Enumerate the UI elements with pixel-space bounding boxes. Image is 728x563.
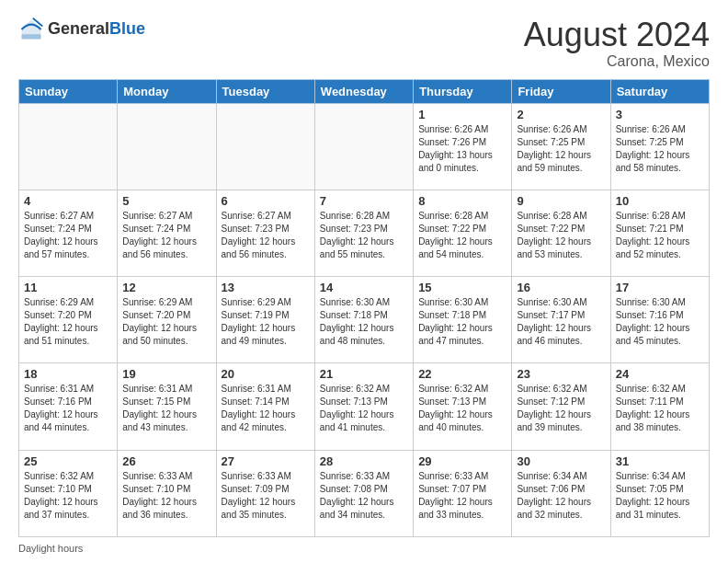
calendar-week-2: 4Sunrise: 6:27 AM Sunset: 7:24 PM Daylig… [19, 190, 710, 276]
day-number: 27 [222, 454, 310, 468]
calendar-header-saturday: Saturday [610, 79, 709, 103]
day-info: Sunrise: 6:30 AM Sunset: 7:17 PM Dayligh… [517, 296, 605, 348]
calendar-cell: 6Sunrise: 6:27 AM Sunset: 7:23 PM Daylig… [216, 190, 314, 276]
day-info: Sunrise: 6:29 AM Sunset: 7:19 PM Dayligh… [222, 296, 310, 348]
day-info: Sunrise: 6:32 AM Sunset: 7:12 PM Dayligh… [517, 383, 605, 434]
calendar-cell: 9Sunrise: 6:28 AM Sunset: 7:22 PM Daylig… [512, 190, 610, 276]
day-info: Sunrise: 6:32 AM Sunset: 7:10 PM Dayligh… [24, 470, 112, 522]
day-number: 4 [24, 194, 112, 208]
calendar-header-thursday: Thursday [414, 79, 512, 103]
calendar-cell: 31Sunrise: 6:34 AM Sunset: 7:05 PM Dayli… [610, 450, 709, 536]
day-info: Sunrise: 6:27 AM Sunset: 7:24 PM Dayligh… [24, 210, 112, 261]
calendar-cell: 22Sunrise: 6:32 AM Sunset: 7:13 PM Dayli… [414, 363, 512, 450]
calendar-cell: 7Sunrise: 6:28 AM Sunset: 7:23 PM Daylig… [314, 190, 413, 276]
calendar-cell: 1Sunrise: 6:26 AM Sunset: 7:26 PM Daylig… [414, 103, 512, 190]
calendar-cell: 24Sunrise: 6:32 AM Sunset: 7:11 PM Dayli… [610, 363, 709, 450]
day-number: 6 [222, 194, 310, 208]
calendar-header-friday: Friday [512, 79, 610, 103]
calendar-week-3: 11Sunrise: 6:29 AM Sunset: 7:20 PM Dayli… [19, 277, 710, 363]
day-number: 23 [517, 367, 605, 381]
day-number: 29 [418, 454, 506, 468]
calendar-week-5: 25Sunrise: 6:32 AM Sunset: 7:10 PM Dayli… [19, 450, 710, 536]
calendar-cell: 12Sunrise: 6:29 AM Sunset: 7:20 PM Dayli… [118, 277, 216, 363]
calendar-cell: 2Sunrise: 6:26 AM Sunset: 7:25 PM Daylig… [512, 103, 610, 190]
header: GeneralBlue August 2024 Carona, Mexico [18, 17, 710, 70]
day-info: Sunrise: 6:28 AM Sunset: 7:21 PM Dayligh… [616, 210, 704, 261]
day-number: 25 [24, 454, 112, 468]
day-info: Sunrise: 6:32 AM Sunset: 7:11 PM Dayligh… [616, 383, 704, 434]
calendar-cell: 5Sunrise: 6:27 AM Sunset: 7:24 PM Daylig… [118, 190, 216, 276]
day-info: Sunrise: 6:29 AM Sunset: 7:20 PM Dayligh… [24, 296, 112, 348]
calendar-cell: 26Sunrise: 6:33 AM Sunset: 7:10 PM Dayli… [118, 450, 216, 536]
day-number: 1 [418, 108, 506, 121]
day-info: Sunrise: 6:33 AM Sunset: 7:10 PM Dayligh… [122, 470, 210, 522]
day-number: 8 [418, 194, 506, 208]
title-block: August 2024 Carona, Mexico [524, 17, 710, 70]
calendar-cell: 21Sunrise: 6:32 AM Sunset: 7:13 PM Dayli… [314, 363, 413, 450]
day-info: Sunrise: 6:30 AM Sunset: 7:18 PM Dayligh… [418, 296, 506, 348]
day-info: Sunrise: 6:31 AM Sunset: 7:16 PM Dayligh… [24, 383, 112, 434]
day-number: 2 [517, 108, 605, 121]
day-info: Sunrise: 6:31 AM Sunset: 7:14 PM Dayligh… [222, 383, 310, 434]
day-info: Sunrise: 6:31 AM Sunset: 7:15 PM Dayligh… [122, 383, 210, 434]
day-number: 24 [616, 367, 704, 381]
day-number: 3 [616, 108, 704, 121]
calendar-table: SundayMondayTuesdayWednesdayThursdayFrid… [18, 79, 710, 537]
calendar-week-1: 1Sunrise: 6:26 AM Sunset: 7:26 PM Daylig… [19, 103, 710, 190]
day-info: Sunrise: 6:26 AM Sunset: 7:25 PM Dayligh… [616, 123, 704, 175]
logo: GeneralBlue [18, 17, 145, 42]
calendar-header-sunday: Sunday [19, 79, 118, 103]
logo-text: GeneralBlue [48, 20, 145, 39]
calendar-cell [216, 103, 314, 190]
day-number: 16 [517, 281, 605, 294]
day-number: 21 [320, 367, 408, 381]
logo-icon [18, 17, 44, 42]
calendar-cell [118, 103, 216, 190]
day-info: Sunrise: 6:33 AM Sunset: 7:07 PM Dayligh… [418, 470, 506, 522]
day-info: Sunrise: 6:30 AM Sunset: 7:16 PM Dayligh… [616, 296, 704, 348]
calendar-header-wednesday: Wednesday [314, 79, 413, 103]
day-number: 28 [320, 454, 408, 468]
day-info: Sunrise: 6:32 AM Sunset: 7:13 PM Dayligh… [418, 383, 506, 434]
calendar-header-monday: Monday [118, 79, 216, 103]
calendar-cell: 19Sunrise: 6:31 AM Sunset: 7:15 PM Dayli… [118, 363, 216, 450]
day-info: Sunrise: 6:33 AM Sunset: 7:09 PM Dayligh… [222, 470, 310, 522]
calendar-cell: 16Sunrise: 6:30 AM Sunset: 7:17 PM Dayli… [512, 277, 610, 363]
day-info: Sunrise: 6:34 AM Sunset: 7:05 PM Dayligh… [616, 470, 704, 522]
day-number: 18 [24, 367, 112, 381]
day-number: 30 [517, 454, 605, 468]
day-number: 22 [418, 367, 506, 381]
day-info: Sunrise: 6:28 AM Sunset: 7:22 PM Dayligh… [418, 210, 506, 261]
calendar-cell: 23Sunrise: 6:32 AM Sunset: 7:12 PM Dayli… [512, 363, 610, 450]
day-info: Sunrise: 6:27 AM Sunset: 7:23 PM Dayligh… [222, 210, 310, 261]
day-number: 9 [517, 194, 605, 208]
calendar-cell: 20Sunrise: 6:31 AM Sunset: 7:14 PM Dayli… [216, 363, 314, 450]
calendar-cell [314, 103, 413, 190]
day-number: 26 [122, 454, 210, 468]
calendar-cell: 27Sunrise: 6:33 AM Sunset: 7:09 PM Dayli… [216, 450, 314, 536]
calendar-header-tuesday: Tuesday [216, 79, 314, 103]
day-number: 5 [122, 194, 210, 208]
calendar-cell: 11Sunrise: 6:29 AM Sunset: 7:20 PM Dayli… [19, 277, 118, 363]
day-info: Sunrise: 6:28 AM Sunset: 7:23 PM Dayligh… [320, 210, 408, 261]
calendar-cell: 3Sunrise: 6:26 AM Sunset: 7:25 PM Daylig… [610, 103, 709, 190]
svg-rect-2 [22, 34, 41, 39]
calendar-week-4: 18Sunrise: 6:31 AM Sunset: 7:16 PM Dayli… [19, 363, 710, 450]
day-number: 11 [24, 281, 112, 294]
calendar-cell: 15Sunrise: 6:30 AM Sunset: 7:18 PM Dayli… [414, 277, 512, 363]
day-number: 17 [616, 281, 704, 294]
calendar-cell: 30Sunrise: 6:34 AM Sunset: 7:06 PM Dayli… [512, 450, 610, 536]
calendar-cell: 29Sunrise: 6:33 AM Sunset: 7:07 PM Dayli… [414, 450, 512, 536]
day-number: 20 [222, 367, 310, 381]
day-info: Sunrise: 6:34 AM Sunset: 7:06 PM Dayligh… [517, 470, 605, 522]
subtitle: Carona, Mexico [524, 53, 710, 70]
day-info: Sunrise: 6:30 AM Sunset: 7:18 PM Dayligh… [320, 296, 408, 348]
day-info: Sunrise: 6:28 AM Sunset: 7:22 PM Dayligh… [517, 210, 605, 261]
day-number: 31 [616, 454, 704, 468]
calendar-cell: 14Sunrise: 6:30 AM Sunset: 7:18 PM Dayli… [314, 277, 413, 363]
calendar-cell: 28Sunrise: 6:33 AM Sunset: 7:08 PM Dayli… [314, 450, 413, 536]
calendar-cell [19, 103, 118, 190]
daylight-hours-label: Daylight hours [18, 543, 83, 554]
main-title: August 2024 [524, 17, 710, 53]
day-number: 19 [122, 367, 210, 381]
